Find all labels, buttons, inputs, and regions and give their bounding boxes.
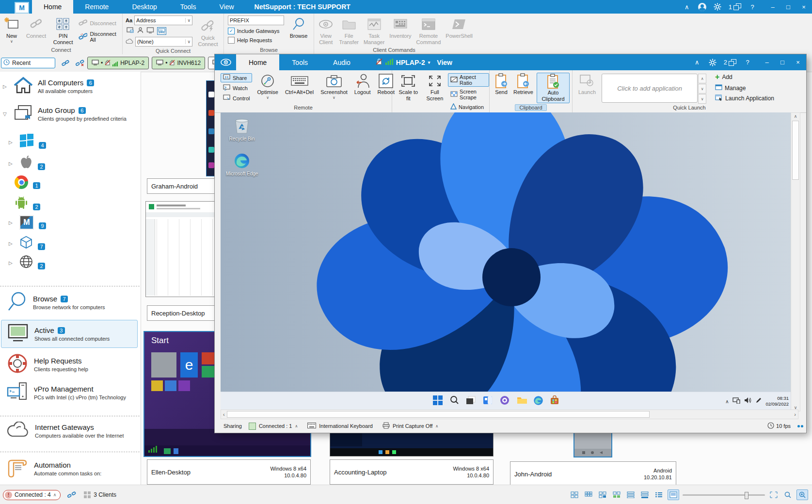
screenshot-button[interactable]: Screenshot ∨ [318,73,350,101]
expander-icon[interactable]: ▷ [9,140,15,145]
sidebar-item-automation[interactable]: Automation Automate common tasks on: [7,457,146,480]
chevron-up-icon[interactable]: ∧ [435,424,438,428]
aspect-ratio-button[interactable]: Aspect Ratio [448,73,489,87]
taskbar-search-icon[interactable] [449,395,459,407]
auto-clipboard-button[interactable]: Auto Clipboard [537,73,570,103]
connect-button[interactable]: Connect [25,16,48,40]
ribbon-tab-remote[interactable]: Remote [73,0,120,14]
thumbnail-size-slider[interactable] [683,494,765,496]
layout-large-icons-button[interactable] [569,490,580,500]
tree-item-windows[interactable]: ▷ 4 [9,134,148,150]
tray-chevron-up-icon[interactable]: ∧ [725,399,729,404]
zoom-in-button[interactable] [796,489,808,500]
slider-handle[interactable] [745,492,748,499]
viewer-tab-audio[interactable]: Audio [320,54,363,70]
user-avatar[interactable] [698,3,706,11]
close-button[interactable]: × [799,2,808,11]
view-client-button[interactable]: View Client [316,16,335,46]
optimise-button[interactable]: Optimise ∨ [255,73,280,101]
minimize-button[interactable]: – [768,2,777,11]
link-icon[interactable] [61,59,70,67]
file-transfer-button[interactable]: File Transfer [337,16,360,46]
maximize-button[interactable]: □ [778,58,787,67]
desktop-icon-recycle-bin[interactable]: Recycle Bin [224,117,259,142]
sidebar-item-help-requests[interactable]: Help Requests Clients requesting help [7,353,146,376]
clipboard-retrieve-button[interactable]: Retrieve [511,73,535,96]
scroll-up-icon[interactable]: ∧ [698,74,706,83]
remote-command-button[interactable]: Remote Command [415,16,443,46]
prefix-input[interactable] [228,16,284,25]
help-icon[interactable]: ? [743,58,752,67]
list-report-button[interactable] [639,490,650,500]
list-compact-button[interactable] [653,490,664,500]
powershell-button[interactable]: PowerShell [444,16,474,40]
broadcast-icon[interactable]: 255. [157,27,166,35]
scroll-down-icon[interactable]: ∨ [698,84,706,94]
control-button[interactable]: Control [221,94,252,103]
sidebar-item-internet-gateways[interactable]: Internet Gateways Computers available ov… [7,422,146,440]
task-manager-button[interactable]: Task Manager [362,16,386,46]
client-tab-hplap2[interactable]: • HPLAP-2 [87,57,149,69]
file-explorer-icon[interactable] [516,395,527,407]
layout-small-icons-button[interactable] [583,490,594,500]
expand-icon[interactable]: ∨ [698,94,706,104]
disconnect-all-button[interactable]: Disconnect All [79,31,122,43]
collapse-ribbon-icon[interactable]: ∧ [693,58,701,67]
collapse-ribbon-icon[interactable]: ∧ [683,2,691,11]
expander-icon[interactable]: ▷ [9,241,15,246]
store-icon[interactable] [550,395,559,407]
layout-grid-badge-button[interactable] [611,490,622,500]
sidebar-item-browse[interactable]: Browse7 Browse network for computers [7,291,146,314]
watch-button[interactable]: Watch [221,83,252,93]
unlink-icon[interactable] [76,59,84,67]
logout-button[interactable]: Logout [352,73,373,96]
ctrl-alt-del-button[interactable]: Ctrl+Alt+Del [283,73,316,96]
full-screen-button[interactable]: Full Screen [424,73,446,102]
scroll-right-icon[interactable]: › [792,411,798,417]
settings-gear-icon[interactable] [713,2,722,11]
quick-connect-button[interactable]: Quick Connect [192,17,223,48]
ribbon-tab-view[interactable]: View [207,0,245,14]
ribbon-tab-tools[interactable]: Tools [169,0,208,14]
chat-icon[interactable] [499,395,510,407]
recent-dropdown[interactable]: Recent [1,58,55,68]
tree-item-android[interactable]: 2 [15,196,154,211]
thumbnail-label-ellen[interactable]: Ellen-Desktop Windows 8 x64 10.0.4.80 [147,459,311,485]
sidebar-item-all-computers[interactable]: ▷ All Computers6 All available computers [3,76,143,97]
tree-item-netsupport[interactable]: ▷ M 9 [9,215,148,230]
connected-count[interactable]: Connected : 1 [259,423,292,429]
expander-icon[interactable]: ▷ [3,84,9,89]
browse-button[interactable]: Browse [285,16,312,40]
keyboard-layout-label[interactable]: International Keyboard [319,423,373,429]
ribbon-tab-desktop[interactable]: Desktop [120,0,168,14]
monitor-icon[interactable] [146,27,154,35]
address-combobox[interactable]: Address ∨ [134,16,192,25]
navigation-button[interactable]: Navigation [448,102,489,111]
client-tab-invh612[interactable]: • INVH612 [152,57,205,69]
desktop-icon-microsoft-edge[interactable]: Microsoft Edge [224,152,259,176]
dropdown-icon[interactable]: ▾ [428,60,430,65]
window-count-button[interactable]: 2 [724,59,736,66]
connected-status-pill[interactable]: ! Connected : 4 ∧ [3,490,61,500]
gateway-combobox[interactable]: (None) ∨ [135,37,192,47]
layout-tiles-button[interactable] [597,490,608,500]
scroll-left-icon[interactable]: ‹ [221,411,227,417]
edge-taskbar-icon[interactable] [533,395,543,408]
inventory-button[interactable]: Inventory [388,16,413,40]
thumbnail-view-button[interactable] [668,489,679,500]
launch-application-button[interactable]: Launch Application [715,94,774,102]
sidebar-item-auto-group[interactable]: ▽ Auto Group6 Clients grouped by predefi… [3,104,143,124]
tray-network-icon[interactable] [732,397,740,406]
close-button[interactable]: × [794,58,802,67]
widgets-icon[interactable] [482,395,493,407]
manage-applications-button[interactable]: Manage [715,84,774,92]
scale-to-fit-button[interactable]: Scale to fit [395,73,422,102]
start-button[interactable] [432,395,443,408]
chevron-up-icon[interactable]: ∧ [295,424,298,428]
remote-desktop-view[interactable]: Recycle Bin Microsoft Edge [221,112,792,410]
scrollbar-thumb[interactable] [792,121,799,180]
help-requests-checkbox[interactable]: Help Requests [228,37,285,44]
include-gateways-checkbox[interactable]: ✓ Include Gateways [228,28,285,34]
settings-gear-icon[interactable] [708,58,717,67]
scrollbar-thumb[interactable] [227,411,650,418]
